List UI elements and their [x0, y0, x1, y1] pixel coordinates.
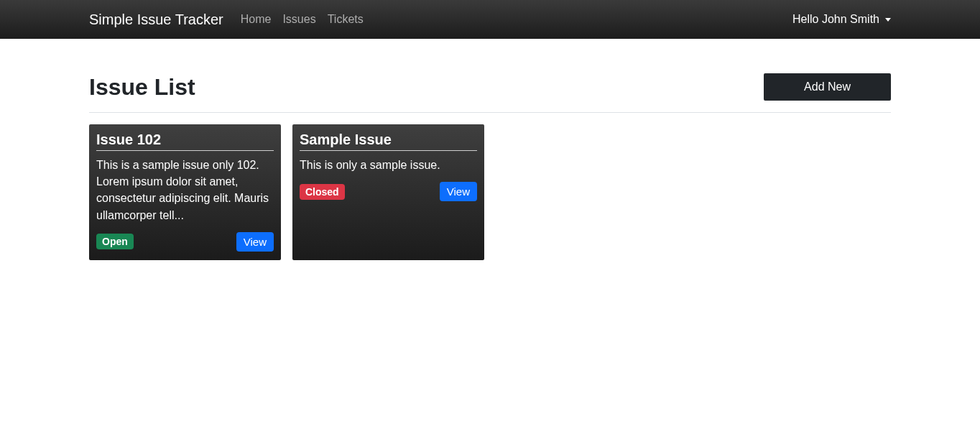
issue-card: Issue 102 This is a sample issue only 10… [89, 124, 281, 260]
issue-title: Issue 102 [96, 132, 274, 151]
chevron-down-icon [885, 18, 891, 22]
brand-link[interactable]: Simple Issue Tracker [89, 11, 223, 28]
nav-link-tickets[interactable]: Tickets [322, 7, 369, 32]
issue-description: This is only a sample issue. [300, 157, 477, 173]
nav-links: Home Issues Tickets [235, 7, 369, 32]
status-badge: Open [96, 234, 134, 249]
nav-link-issues[interactable]: Issues [277, 7, 321, 32]
nav-link-home[interactable]: Home [235, 7, 277, 32]
view-button[interactable]: View [440, 182, 477, 201]
issue-card-list: Issue 102 This is a sample issue only 10… [89, 124, 891, 260]
user-menu[interactable]: Hello John Smith [792, 13, 891, 26]
issue-title: Sample Issue [300, 132, 477, 151]
issue-card: Sample Issue This is only a sample issue… [292, 124, 484, 260]
add-new-button[interactable]: Add New [764, 73, 891, 101]
user-greeting: Hello John Smith [792, 13, 879, 26]
issue-description: This is a sample issue only 102. Lorem i… [96, 157, 274, 224]
view-button[interactable]: View [236, 232, 274, 252]
page-header: Issue List Add New [89, 73, 891, 113]
status-badge: Closed [300, 184, 345, 200]
navbar: Simple Issue Tracker Home Issues Tickets… [0, 0, 980, 39]
page-title: Issue List [89, 74, 195, 101]
